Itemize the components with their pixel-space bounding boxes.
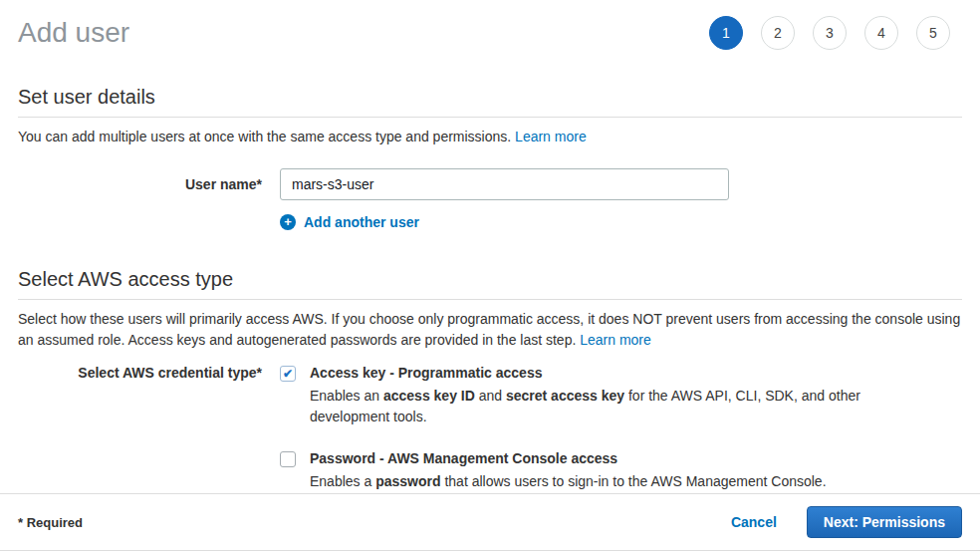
desc-segment: Enables a (310, 473, 375, 489)
credential-type-row: Select AWS credential type* ✔ Access key… (18, 364, 962, 492)
username-label: User name* (18, 168, 262, 200)
set-user-details-section: Set user details You can add multiple us… (18, 86, 962, 230)
cancel-button[interactable]: Cancel (731, 514, 777, 530)
access-key-option-description: Enables an access key ID and secret acce… (310, 386, 873, 427)
page-title: Add user (18, 17, 129, 49)
desc-segment-bold: password (375, 473, 440, 489)
desc-segment-bold: secret access key (506, 388, 624, 404)
access-key-option-title: Access key - Programmatic access (310, 364, 873, 382)
username-input[interactable] (280, 168, 729, 200)
username-field-wrap (280, 168, 729, 200)
access-type-learn-more-link[interactable]: Learn more (580, 332, 651, 348)
set-user-details-heading: Set user details (18, 86, 962, 118)
footer-actions: Cancel Next: Permissions (731, 506, 962, 538)
step-1-indicator: 1 (709, 16, 743, 50)
username-form-row: User name* (18, 168, 962, 200)
step-2-indicator: 2 (761, 16, 795, 50)
plus-circle-icon: + (280, 214, 296, 230)
password-option-content: Password - AWS Management Console access… (310, 449, 827, 492)
password-option-title: Password - AWS Management Console access (310, 449, 827, 467)
user-details-description-text: You can add multiple users at once with … (18, 129, 515, 144)
password-option-description: Enables a password that allows users to … (310, 471, 827, 492)
credential-options: ✔ Access key - Programmatic access Enabl… (280, 364, 873, 492)
desc-segment: Enables an (310, 388, 383, 404)
password-checkbox[interactable] (280, 451, 296, 467)
credential-type-label: Select AWS credential type* (18, 364, 262, 492)
desc-segment-bold: access key ID (383, 388, 475, 404)
access-key-checkbox[interactable]: ✔ (280, 366, 296, 382)
required-note: * Required (18, 515, 83, 530)
access-key-option: ✔ Access key - Programmatic access Enabl… (280, 364, 873, 427)
desc-segment: and (475, 388, 506, 404)
next-permissions-button[interactable]: Next: Permissions (807, 506, 962, 538)
password-option: Password - AWS Management Console access… (280, 449, 873, 492)
access-type-description-text: Select how these users will primarily ac… (18, 311, 960, 348)
user-details-description: You can add multiple users at once with … (18, 127, 962, 147)
add-another-user-button[interactable]: + Add another user (280, 214, 962, 230)
user-details-learn-more-link[interactable]: Learn more (515, 129, 587, 144)
wizard-header: Add user 1 2 3 4 5 (0, 0, 980, 50)
access-type-description: Select how these users will primarily ac… (18, 309, 962, 351)
access-key-option-content: Access key - Programmatic access Enables… (310, 364, 873, 427)
select-access-type-heading: Select AWS access type (18, 268, 962, 300)
add-another-user-label: Add another user (304, 214, 419, 230)
wizard-step-indicator: 1 2 3 4 5 (709, 16, 950, 50)
wizard-footer: * Required Cancel Next: Permissions (0, 493, 980, 551)
step-3-indicator: 3 (813, 16, 847, 50)
step-4-indicator: 4 (864, 16, 898, 50)
desc-segment: that allows users to sign-in to the AWS … (441, 473, 827, 489)
select-access-type-section: Select AWS access type Select how these … (18, 268, 962, 492)
add-user-wizard-page: Add user 1 2 3 4 5 Set user details You … (0, 0, 980, 554)
step-5-indicator: 5 (916, 16, 950, 50)
